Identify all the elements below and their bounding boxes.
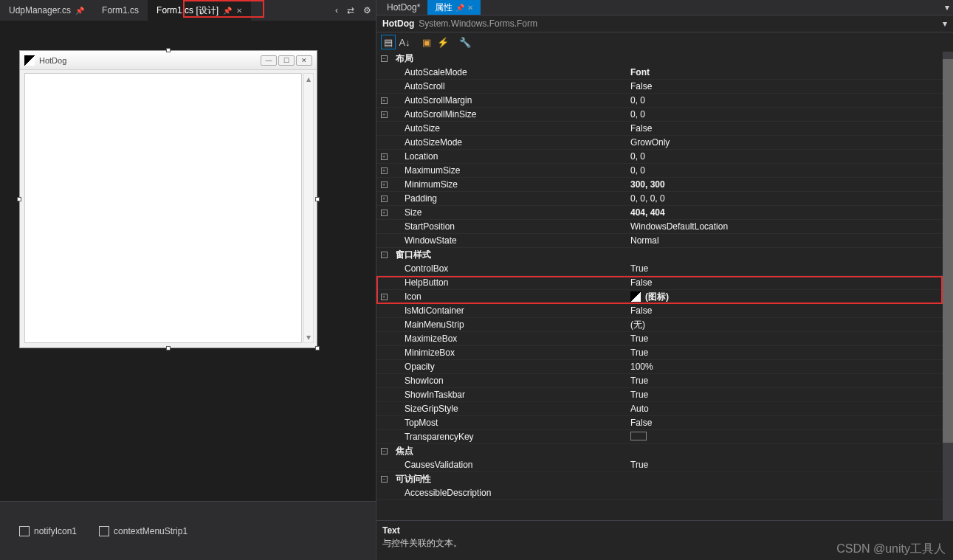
property-value[interactable]: 0, 0 — [627, 109, 953, 120]
property-name[interactable]: AutoScaleMode — [391, 67, 627, 77]
resize-handle[interactable] — [166, 346, 171, 350]
property-name[interactable]: IsMdiContainer — [391, 305, 627, 316]
form-scrollbar[interactable]: ▴ ▾ — [303, 73, 314, 343]
property-row[interactable]: CausesValidationTrue — [376, 458, 953, 472]
property-row[interactable]: +Location0, 0 — [376, 150, 953, 164]
property-row[interactable]: ShowInTaskbarTrue — [376, 388, 953, 402]
property-row[interactable]: HelpButtonFalse — [376, 276, 953, 290]
property-value[interactable]: False — [627, 81, 953, 91]
property-row[interactable]: StartPositionWindowsDefaultLocation — [376, 220, 953, 234]
property-value[interactable]: Auto — [627, 404, 953, 414]
pin-icon[interactable]: 📌 — [75, 7, 84, 15]
property-name[interactable]: AutoSize — [391, 123, 627, 134]
property-row[interactable]: MaximizeBoxTrue — [376, 332, 953, 346]
collapse-icon[interactable]: − — [376, 476, 391, 483]
tray-notifyicon[interactable]: notifyIcon1 — [19, 526, 77, 536]
close-icon[interactable]: ✕ — [467, 4, 473, 12]
property-name[interactable]: HelpButton — [391, 277, 627, 288]
property-row[interactable]: +AutoScrollMinSize0, 0 — [376, 108, 953, 122]
property-value[interactable]: 0, 0, 0, 0 — [627, 193, 953, 204]
property-name[interactable]: Opacity — [391, 362, 627, 372]
property-grid[interactable]: −布局AutoScaleModeFontAutoScrollFalse+Auto… — [376, 52, 953, 520]
expand-icon[interactable]: + — [381, 111, 388, 118]
property-row[interactable]: +Padding0, 0, 0, 0 — [376, 192, 953, 206]
property-name[interactable]: MinimumSize — [391, 179, 627, 190]
expand-icon[interactable]: + — [381, 182, 388, 188]
property-row[interactable]: AutoScaleModeFont — [376, 66, 953, 80]
property-name[interactable]: StartPosition — [391, 221, 627, 232]
chevron-down-icon[interactable]: ▾ — [943, 18, 947, 29]
property-name[interactable]: MaximumSize — [391, 165, 627, 176]
property-name[interactable]: AutoScrollMargin — [391, 95, 627, 106]
property-value[interactable]: 0, 0 — [627, 151, 953, 162]
scroll-up-icon[interactable]: ▴ — [304, 74, 313, 84]
property-name[interactable]: TransparencyKey — [391, 432, 627, 442]
pin-icon[interactable]: 📌 — [455, 4, 464, 12]
tray-contextmenustrip[interactable]: contextMenuStrip1 — [99, 526, 187, 536]
dropdown-icon[interactable]: ▾ — [941, 2, 953, 13]
categorized-icon[interactable]: ▤ — [381, 35, 396, 49]
scroll-thumb[interactable] — [943, 59, 953, 443]
resize-handle[interactable] — [17, 197, 21, 201]
expand-icon[interactable]: + — [381, 196, 388, 202]
tab-properties[interactable]: 属性 📌 ✕ — [427, 0, 481, 15]
property-value[interactable]: WindowsDefaultLocation — [627, 221, 953, 232]
property-row[interactable]: AccessibleDescription — [376, 486, 953, 500]
property-name[interactable]: MainMenuStrip — [391, 319, 627, 330]
property-row[interactable]: +Icon(图标) — [376, 290, 953, 304]
property-value[interactable]: (无) — [627, 319, 953, 331]
property-name[interactable]: Location — [391, 151, 627, 162]
property-value[interactable]: 300, 300 — [627, 179, 953, 190]
alphabetical-icon[interactable]: A↓ — [397, 35, 412, 49]
close-icon[interactable]: ✕ — [236, 7, 242, 15]
category-row[interactable]: −焦点 — [376, 444, 953, 458]
property-name[interactable]: ShowInTaskbar — [391, 390, 627, 400]
property-row[interactable]: ShowIconTrue — [376, 374, 953, 388]
property-name[interactable]: MaximizeBox — [391, 333, 627, 344]
expand-icon[interactable]: + — [381, 210, 388, 216]
form-preview[interactable]: HotDog — ☐ ✕ ▴ ▾ — [19, 50, 317, 348]
property-value[interactable]: 0, 0 — [627, 95, 953, 106]
property-value[interactable]: True — [627, 460, 953, 470]
object-selector[interactable]: HotDog System.Windows.Forms.Form ▾ — [376, 15, 953, 32]
category-row[interactable]: −布局 — [376, 52, 953, 66]
pin-icon[interactable]: 📌 — [223, 7, 232, 15]
property-row[interactable]: TopMostFalse — [376, 416, 953, 430]
gear-icon[interactable]: ⚙ — [359, 5, 376, 15]
expand-icon[interactable]: + — [381, 294, 388, 300]
property-value[interactable]: GrowOnly — [627, 137, 953, 148]
tab-hotdog[interactable]: HotDog* — [379, 0, 427, 15]
property-row[interactable]: TransparencyKey — [376, 430, 953, 444]
property-row[interactable]: MainMenuStrip(无) — [376, 318, 953, 332]
property-value[interactable]: False — [627, 123, 953, 134]
property-pages-icon[interactable]: 🔧 — [458, 35, 472, 49]
property-value[interactable]: False — [627, 277, 953, 288]
expand-icon[interactable]: + — [381, 97, 388, 104]
property-value[interactable]: False — [627, 418, 953, 428]
property-name[interactable]: Size — [391, 207, 627, 218]
property-value[interactable] — [627, 432, 953, 443]
property-name[interactable]: TopMost — [391, 418, 627, 428]
category-row[interactable]: −可访问性 — [376, 472, 953, 486]
property-name[interactable]: Padding — [391, 193, 627, 204]
property-value[interactable]: False — [627, 305, 953, 316]
property-row[interactable]: AutoScrollFalse — [376, 80, 953, 94]
property-value[interactable]: (图标) — [627, 291, 953, 303]
property-value[interactable]: 404, 404 — [627, 207, 953, 218]
minimize-button[interactable]: — — [261, 55, 277, 66]
property-row[interactable]: +AutoScrollMargin0, 0 — [376, 94, 953, 108]
expand-icon[interactable]: + — [381, 167, 388, 174]
property-row[interactable]: SizeGripStyleAuto — [376, 402, 953, 416]
resize-handle[interactable] — [315, 197, 320, 201]
property-name[interactable]: AccessibleDescription — [391, 488, 627, 498]
collapse-icon[interactable]: − — [376, 55, 391, 62]
property-name[interactable]: ControlBox — [391, 263, 627, 274]
property-name[interactable]: SizeGripStyle — [391, 404, 627, 414]
property-value[interactable]: True — [627, 333, 953, 344]
close-button[interactable]: ✕ — [296, 55, 312, 66]
property-value[interactable]: Normal — [627, 235, 953, 246]
grid-scrollbar[interactable] — [943, 52, 953, 520]
swap-icon[interactable]: ⇄ — [343, 5, 359, 15]
property-name[interactable]: AutoScrollMinSize — [391, 109, 627, 120]
properties-icon[interactable]: ▣ — [419, 35, 434, 49]
